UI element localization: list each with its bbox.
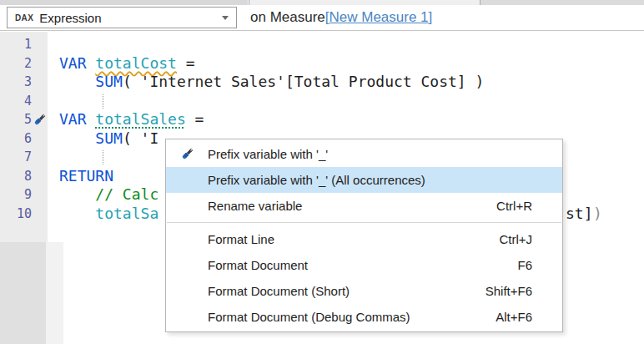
- measure-name-link[interactable]: New Measure 1: [330, 9, 429, 26]
- line-number: 10: [0, 206, 32, 221]
- gutter-icon-slot: [32, 149, 48, 164]
- menu-item-label: Prefix variable with '_' (All occurrence…: [208, 173, 532, 187]
- gutter-line-3: 3: [0, 73, 48, 92]
- code-token: totalSa: [95, 205, 158, 222]
- line-number: 5: [0, 112, 32, 127]
- code-line-1[interactable]: [48, 35, 644, 54]
- menu-item-shortcut: Shift+F6: [486, 284, 532, 298]
- expression-dropdown-value: Expression: [39, 11, 222, 25]
- gutter-line-10: 10: [0, 205, 48, 224]
- code-token: [59, 205, 95, 222]
- line-number: 6: [0, 131, 32, 146]
- line-number: 9: [0, 187, 32, 202]
- code-token: SUM: [95, 73, 123, 90]
- line-number: 1: [0, 37, 32, 52]
- expression-type-dropdown[interactable]: DAX Expression: [7, 7, 237, 28]
- gutter-end-area: [0, 242, 46, 344]
- menu-separator: [167, 222, 561, 223]
- menu-item-format-document-debug-commas[interactable]: Format Document (Debug Commas)Alt+F6: [166, 304, 562, 330]
- code-token: st]: [566, 205, 593, 224]
- code-token: [59, 185, 95, 203]
- menu-item-shortcut: Ctrl+R: [496, 199, 532, 213]
- gutter-icon-slot: [32, 131, 48, 146]
- gutter-icon-slot: [32, 169, 48, 184]
- menu-item-prefix-variable-all-occurrences[interactable]: Prefix variable with '_' (All occurrence…: [166, 167, 562, 193]
- menu-item-label: Format Line: [208, 232, 499, 246]
- code-line-2[interactable]: VAR totalCost =: [48, 54, 644, 73]
- menu-item-shortcut: Ctrl+J: [499, 232, 532, 246]
- code-token: totalCost: [95, 54, 177, 72]
- gutter-line-1: 1: [0, 35, 48, 54]
- line-number-gutter: 12345678910: [0, 32, 48, 242]
- menu-item-format-document[interactable]: Format DocumentF6: [166, 252, 562, 278]
- line-number: 3: [0, 74, 32, 89]
- gutter-line-7: 7: [0, 148, 48, 167]
- gutter-line-6: 6: [0, 129, 48, 149]
- code-token: =: [186, 110, 204, 128]
- menu-item-shortcut: Alt+F6: [496, 310, 532, 324]
- expression-editor-header: DAX Expression on Measure [ New Measure …: [0, 5, 644, 31]
- code-line-5[interactable]: VAR totalSales =: [48, 110, 644, 129]
- menu-item-label: Format Document (Debug Commas): [208, 310, 496, 324]
- code-token: SUM: [95, 129, 123, 147]
- code-line-4[interactable]: [48, 92, 644, 111]
- code-line-3[interactable]: SUM( 'Internet Sales'[Total Product Cost…: [48, 73, 644, 92]
- line-number: 8: [0, 169, 32, 184]
- line-number: 4: [0, 94, 32, 109]
- gutter-icon-slot: [32, 37, 48, 52]
- gutter-icon-slot: [32, 187, 48, 202]
- quick-fix-screwdriver-icon[interactable]: [32, 112, 48, 127]
- code-token: =: [177, 54, 195, 72]
- indent-guide: [103, 94, 103, 109]
- menu-item-format-line[interactable]: Format LineCtrl+J: [166, 226, 562, 252]
- dax-badge: DAX: [15, 13, 33, 23]
- gutter-line-5: 5: [0, 110, 48, 129]
- code-token: RETURN: [59, 167, 113, 185]
- measure-context-label: on Measure [ New Measure 1 ]: [250, 5, 432, 30]
- line-number: 7: [0, 149, 32, 164]
- gutter-line-9: 9: [0, 185, 48, 205]
- menu-item-format-document-short[interactable]: Format Document (Short)Shift+F6: [166, 278, 562, 304]
- code-token: // Calc: [95, 185, 158, 203]
- menu-item-label: Prefix variable with '_': [208, 147, 532, 161]
- code-token: ( 'Internet Sales'[Total Product Cost] ): [123, 73, 484, 90]
- code-token: ( 'I: [123, 129, 158, 147]
- gutter-margin-strip: [46, 242, 63, 344]
- code-token: VAR: [59, 110, 95, 128]
- menu-item-label: Rename variable: [208, 199, 496, 213]
- on-measure-text: on Measure: [250, 9, 325, 26]
- gutter-line-2: 2: [0, 54, 48, 73]
- gutter-icon-slot: [32, 74, 48, 89]
- chevron-down-icon[interactable]: [222, 16, 229, 20]
- indent-guide: [103, 150, 103, 164]
- gutter-line-4: 4: [0, 92, 48, 111]
- code-token: totalSales: [95, 110, 185, 128]
- menu-item-prefix-variable[interactable]: Prefix variable with '_': [166, 141, 562, 167]
- bracket-close: ]: [429, 9, 433, 26]
- code-token: [59, 129, 95, 147]
- screwdriver-icon: [166, 147, 208, 161]
- menu-item-label: Format Document (Short): [208, 284, 486, 298]
- code-token: [59, 73, 95, 90]
- gutter-line-8: 8: [0, 167, 48, 186]
- gutter-icon-slot: [32, 56, 48, 71]
- code-token: ): [593, 205, 602, 224]
- menu-item-label: Format Document: [208, 258, 517, 272]
- gutter-icon-slot: [32, 206, 48, 221]
- refactor-context-menu: Prefix variable with '_'Prefix variable …: [165, 139, 563, 332]
- code-token: VAR: [59, 54, 95, 72]
- dax-expression-editor-window: DAX Expression on Measure [ New Measure …: [0, 0, 644, 344]
- gutter-icon-slot: [32, 94, 48, 109]
- menu-item-rename-variable[interactable]: Rename variableCtrl+R: [166, 193, 562, 219]
- line-number: 2: [0, 56, 32, 71]
- menu-item-shortcut: F6: [517, 258, 532, 272]
